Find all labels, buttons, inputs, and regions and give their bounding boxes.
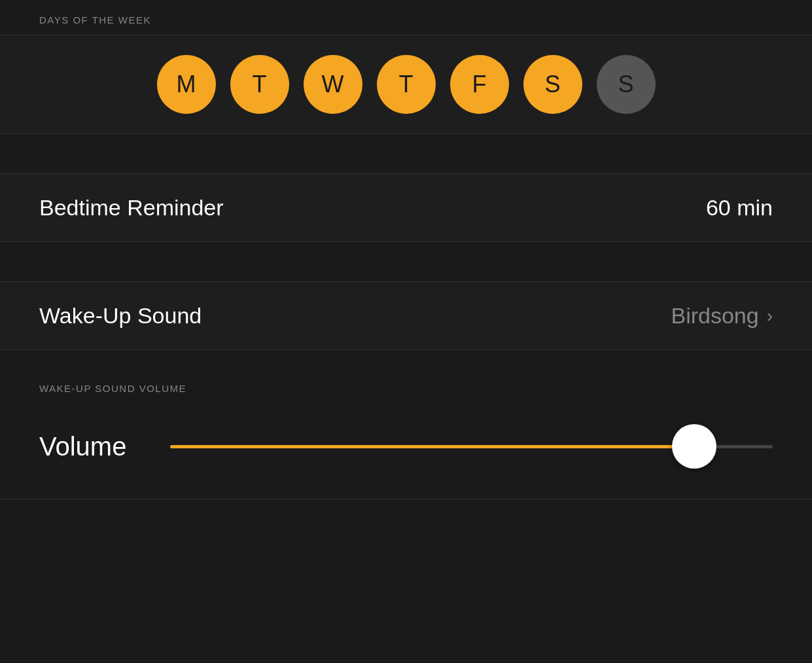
volume-row: Volume [0,407,812,499]
days-section: M T W T F S S [0,35,812,134]
slider-fill [170,445,694,448]
chevron-icon: › [767,306,773,327]
wake-up-sound-value: Birdsong › [671,303,773,329]
bedtime-reminder-label: Bedtime Reminder [39,195,224,221]
volume-section-header: WAKE-UP SOUND VOLUME [0,350,812,407]
slider-track [170,445,773,448]
days-row: M T W T F S S [157,55,656,114]
spacer-1 [0,134,812,173]
day-sunday[interactable]: S [597,55,656,114]
day-monday[interactable]: M [157,55,216,114]
day-thursday[interactable]: T [377,55,436,114]
day-friday[interactable]: F [450,55,509,114]
wake-up-sound-label: Wake-Up Sound [39,303,202,329]
spacer-2 [0,242,812,281]
day-saturday[interactable]: S [523,55,582,114]
volume-label: Volume [39,432,144,461]
divider-7 [0,499,812,499]
day-tuesday[interactable]: T [230,55,289,114]
days-of-week-header: DAYS OF THE WEEK [0,0,812,35]
day-wednesday[interactable]: W [304,55,362,114]
volume-slider-container[interactable] [170,420,773,473]
wake-up-sound-row[interactable]: Wake-Up Sound Birdsong › [0,282,812,349]
bedtime-reminder-value: 60 min [706,195,773,221]
slider-thumb[interactable] [672,424,716,469]
bedtime-reminder-row[interactable]: Bedtime Reminder 60 min [0,174,812,242]
